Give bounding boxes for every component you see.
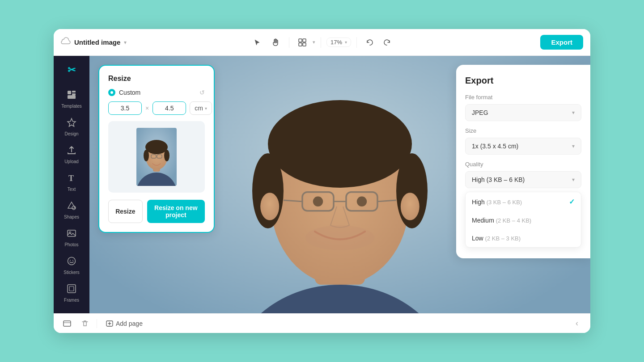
header-toolbar: ▾ 17% ▾: [156, 35, 488, 50]
quality-value: High (3 KB – 6 KB): [472, 176, 525, 183]
file-format-value: JPEG: [472, 109, 488, 116]
sidebar-label-frames: Frames: [64, 298, 79, 303]
svg-point-42: [164, 150, 169, 161]
hand-tool-button[interactable]: [268, 35, 284, 50]
quality-option-high[interactable]: High (3 KB – 6 KB) ✓: [466, 192, 581, 211]
dimension-separator: ×: [145, 105, 149, 112]
svg-point-31: [357, 197, 367, 206]
sidebar-item-stickers[interactable]: Stickers: [56, 253, 87, 278]
stickers-icon: [67, 256, 76, 268]
svg-point-13: [70, 260, 71, 261]
zoom-control[interactable]: 17% ▾: [326, 38, 351, 47]
sidebar-item-design[interactable]: Design: [56, 114, 87, 140]
cursor-tool-button[interactable]: [250, 35, 265, 50]
templates-icon: [67, 90, 76, 102]
sidebar-item-upload[interactable]: Upload: [56, 142, 87, 168]
svg-text:T: T: [68, 174, 74, 183]
resize-panel-title: Resize: [108, 75, 205, 83]
layout-dropdown-arrow[interactable]: ▾: [313, 39, 315, 45]
resize-option-row: Custom ↺: [108, 89, 205, 96]
export-panel: Export File format JPEG ▾ Size 1x (3.5 x…: [456, 65, 590, 258]
page-thumbnail-button[interactable]: [61, 317, 73, 330]
sidebar-item-frames[interactable]: Frames: [56, 280, 87, 306]
width-input[interactable]: [108, 101, 142, 115]
svg-point-22: [268, 100, 412, 188]
svg-point-30: [313, 197, 323, 206]
frames-icon: [67, 284, 76, 296]
svg-rect-5: [72, 91, 76, 93]
sidebar-label-upload: Upload: [64, 159, 79, 164]
resize-option-left: Custom: [108, 89, 140, 96]
main-layout: ✂ Templates Design Upload: [54, 56, 590, 313]
design-icon: [67, 118, 76, 130]
unit-selector[interactable]: cm ▾: [190, 101, 212, 115]
svg-rect-0: [299, 39, 302, 42]
sidebar-item-photos[interactable]: Photos: [56, 225, 87, 251]
toolbar-divider3: [356, 37, 357, 48]
delete-page-button[interactable]: [79, 317, 91, 330]
quality-option-medium[interactable]: Medium (2 KB – 4 KB): [466, 211, 581, 229]
sidebar-item-text[interactable]: T Text: [56, 169, 87, 195]
sidebar-logo: ✂: [63, 61, 80, 79]
quality-option-low-label: Low (2 KB – 3 KB): [472, 235, 521, 242]
title-dropdown-arrow[interactable]: ▾: [124, 39, 127, 46]
unit-value: cm: [195, 105, 203, 112]
dimension-row: × cm ▾: [108, 101, 205, 115]
file-format-label: File format: [465, 94, 581, 101]
sidebar-label-design: Design: [64, 131, 78, 136]
zoom-dropdown-arrow[interactable]: ▾: [345, 40, 347, 45]
export-button-header[interactable]: Export: [540, 35, 583, 50]
sidebar-label-stickers: Stickers: [64, 270, 80, 275]
svg-rect-7: [68, 95, 76, 99]
sidebar-item-shapes[interactable]: Shapes: [56, 197, 87, 223]
size-chevron: ▾: [572, 143, 575, 149]
unit-chevron: ▾: [205, 106, 207, 111]
thumbnail-image: [136, 128, 177, 186]
sidebar-label-templates: Templates: [61, 104, 82, 109]
reset-icon[interactable]: ↺: [199, 89, 205, 96]
svg-rect-46: [64, 321, 71, 326]
custom-radio[interactable]: [108, 89, 115, 96]
file-format-chevron: ▾: [572, 109, 575, 116]
file-format-select[interactable]: JPEG ▾: [465, 104, 581, 121]
photos-icon: [67, 228, 76, 240]
svg-rect-1: [303, 39, 306, 42]
size-value: 1x (3.5 x 4.5 cm): [472, 143, 518, 150]
quality-option-medium-label: Medium (2 KB – 4 KB): [472, 217, 531, 224]
svg-rect-10: [68, 230, 76, 236]
quality-chevron: ▾: [572, 177, 575, 183]
zoom-level: 17%: [330, 39, 342, 46]
undo-redo-group: [362, 35, 394, 50]
height-input[interactable]: [153, 101, 186, 115]
resize-panel: Resize Custom ↺ × cm ▾: [98, 65, 215, 233]
svg-point-34: [305, 225, 374, 250]
canvas-area: Resize Custom ↺ × cm ▾: [89, 56, 590, 313]
svg-point-41: [144, 150, 149, 161]
size-select[interactable]: 1x (3.5 x 4.5 cm) ▾: [465, 138, 581, 155]
undo-button[interactable]: [362, 35, 377, 50]
sidebar-label-text: Text: [68, 187, 76, 192]
layout-tool-button[interactable]: [295, 35, 310, 50]
quality-check-icon: ✓: [569, 198, 575, 206]
resize-button[interactable]: Resize: [108, 200, 143, 223]
toolbar-divider2: [321, 37, 321, 48]
sidebar: ✂ Templates Design Upload: [54, 56, 89, 313]
cloud-icon: [61, 37, 71, 47]
quality-dropdown: High (3 KB – 6 KB) ✓ Medium (2 KB – 4 KB…: [465, 192, 581, 248]
add-page-button[interactable]: Add page: [102, 318, 146, 329]
sidebar-item-templates[interactable]: Templates: [56, 86, 87, 112]
resize-new-project-button[interactable]: Resize on new project: [147, 200, 205, 223]
svg-point-33: [401, 193, 419, 220]
collapse-panel-button[interactable]: ‹: [571, 317, 583, 330]
quality-option-high-label: High (3 KB – 6 KB): [472, 198, 522, 206]
svg-point-14: [72, 260, 73, 261]
quality-option-low[interactable]: Low (2 KB – 3 KB): [466, 229, 581, 247]
size-label: Size: [465, 127, 581, 134]
svg-point-40: [145, 140, 168, 154]
header: Untitled image ▾ ▾ 17% ▾: [54, 29, 590, 56]
redo-button[interactable]: [379, 35, 394, 50]
svg-rect-2: [299, 43, 302, 46]
quality-select[interactable]: High (3 KB – 6 KB) ▾: [465, 171, 581, 188]
svg-rect-4: [68, 91, 71, 94]
add-page-label: Add page: [116, 320, 143, 327]
